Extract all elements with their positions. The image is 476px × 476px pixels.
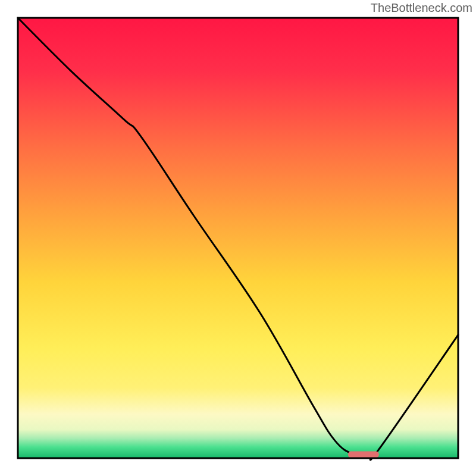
watermark-label: TheBottleneck.com: [371, 1, 472, 15]
optimal-marker: [348, 452, 379, 458]
bottleneck-chart: [0, 0, 476, 476]
chart-container: TheBottleneck.com: [0, 0, 476, 476]
